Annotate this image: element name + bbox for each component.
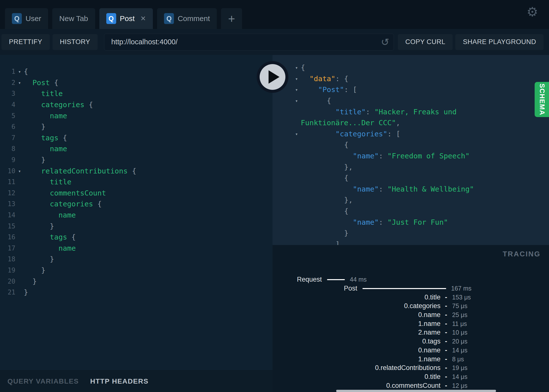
fold-arrow-icon[interactable]: ▾ <box>15 80 24 85</box>
schema-tab-label: SCHEMA <box>538 83 546 115</box>
settings-gear-icon[interactable]: ⚙ <box>526 5 538 18</box>
editor-line[interactable]: 8name <box>0 143 273 154</box>
fold-arrow-icon[interactable]: ▾ <box>15 168 24 174</box>
line-number: 15 <box>0 222 15 230</box>
tab-label: Post <box>120 14 135 23</box>
fold-arrow-icon[interactable]: ▾ <box>292 98 301 103</box>
reload-schema-icon[interactable]: ↺ <box>381 37 389 47</box>
line-number: 1 <box>0 68 15 75</box>
plus-icon: + <box>228 12 235 25</box>
editor-line[interactable]: 15} <box>0 220 273 232</box>
editor-line[interactable]: 19} <box>0 265 273 276</box>
editor-line[interactable]: 3title <box>0 88 273 99</box>
fold-arrow-icon[interactable]: ▾ <box>15 69 24 74</box>
tab-user[interactable]: QUser <box>5 8 48 29</box>
tracing-duration: 14 μs <box>452 347 467 354</box>
http-headers-tab[interactable]: HTTP HEADERS <box>90 377 148 385</box>
tracing-row: 1.name-8 μs <box>273 355 549 364</box>
tracing-dash: - <box>445 364 447 372</box>
editor-line[interactable]: 17name <box>0 243 273 254</box>
response-line: ▾"Post": [ <box>292 84 549 95</box>
line-number: 5 <box>0 112 15 120</box>
schema-tab[interactable]: SCHEMA <box>535 82 549 117</box>
line-number: 13 <box>0 200 15 208</box>
line-number: 2 <box>0 79 15 86</box>
url-input[interactable] <box>111 38 381 46</box>
tracing-bar <box>327 279 345 280</box>
tracing-row: 0.title-14 μs <box>273 372 549 381</box>
fold-arrow-icon[interactable]: ▾ <box>292 65 301 70</box>
editor-line[interactable]: 11title <box>0 176 273 188</box>
fold-arrow-icon[interactable]: ▾ <box>292 87 301 92</box>
response-line: }, <box>292 195 549 206</box>
editor-line[interactable]: 18} <box>0 254 273 265</box>
tracing-scrollbar[interactable] <box>336 390 496 392</box>
tracing-dash: - <box>445 373 447 381</box>
query-variables-tab[interactable]: QUERY VARIABLES <box>7 377 79 385</box>
editor-line[interactable]: 21} <box>0 287 273 298</box>
history-button[interactable]: HISTORY <box>53 34 98 50</box>
tracing-row: 0.title-153 μs <box>273 293 549 302</box>
tab-comment[interactable]: QComment <box>157 8 217 29</box>
tracing-duration: 8 μs <box>452 356 464 363</box>
tracing-field-label: 1.name <box>273 355 440 363</box>
tracing-field-label: 0.name <box>273 346 440 354</box>
editor-line[interactable]: 10▾relatedContributions { <box>0 165 273 176</box>
editor-line[interactable]: 16tags { <box>0 232 273 243</box>
editor-line[interactable]: 5name <box>0 110 273 121</box>
line-number: 9 <box>0 156 15 164</box>
query-editor[interactable]: 1▾{2▾Post {3title4categories {5name6}7ta… <box>0 55 273 370</box>
tracing-duration: 25 μs <box>452 311 467 318</box>
tracing-field-label: 0.commentsCount <box>273 382 440 390</box>
editor-line[interactable]: 7tags { <box>0 132 273 144</box>
execute-query-button[interactable] <box>257 61 288 93</box>
play-icon <box>269 70 279 84</box>
line-number: 10 <box>0 167 15 175</box>
tab-new-tab[interactable]: New Tab <box>52 8 95 29</box>
line-number: 14 <box>0 211 15 219</box>
response-line: } <box>292 228 549 239</box>
endpoint-url-field[interactable]: ↺ <box>104 34 394 50</box>
main-area: 1▾{2▾Post {3title4categories {5name6}7ta… <box>0 55 549 392</box>
response-line: { <box>292 139 549 150</box>
editor-line[interactable]: 2▾Post { <box>0 77 273 88</box>
tracing-field-label: 0.title <box>273 373 440 381</box>
share-playground-button[interactable]: SHARE PLAYGROUND <box>455 34 544 50</box>
fold-arrow-icon[interactable]: ▾ <box>292 76 301 81</box>
editor-line[interactable]: 12commentsCount <box>0 188 273 199</box>
tracing-duration: 14 μs <box>452 373 467 380</box>
editor-line[interactable]: 1▾{ <box>0 66 273 77</box>
tracing-duration: 10 μs <box>452 329 467 336</box>
tracing-field-label: 2.name <box>273 329 440 336</box>
line-number: 16 <box>0 233 15 241</box>
editor-line[interactable]: 9} <box>0 154 273 166</box>
line-number: 20 <box>0 278 15 285</box>
prettify-button[interactable]: PRETTIFY <box>1 34 50 50</box>
tracing-row: 0.name-14 μs <box>273 346 549 355</box>
tracing-row: 0.categories-75 μs <box>273 302 549 311</box>
tracing-dash: - <box>445 355 447 363</box>
editor-line[interactable]: 20} <box>0 276 273 287</box>
tracing-dash: - <box>445 320 447 328</box>
response-line: ▾"categories": [ <box>292 128 549 140</box>
response-line: ▾"data": { <box>292 73 549 84</box>
tracing-dash: - <box>445 311 447 319</box>
tracing-duration: 12 μs <box>452 382 467 389</box>
fold-arrow-icon[interactable]: ▾ <box>292 131 301 137</box>
editor-line[interactable]: 6} <box>0 121 273 132</box>
editor-line[interactable]: 14name <box>0 210 273 221</box>
line-number: 18 <box>0 255 15 263</box>
tracing-span-request: Request44 ms <box>273 275 549 284</box>
line-number: 6 <box>0 123 15 130</box>
tab-post[interactable]: QPost✕ <box>99 8 153 29</box>
tracing-field-label: 0.categories <box>273 302 440 310</box>
tracing-row: 0.commentsCount-12 μs <box>273 381 549 390</box>
bottom-bar: QUERY VARIABLES HTTP HEADERS <box>0 370 273 392</box>
close-tab-icon[interactable]: ✕ <box>140 15 146 23</box>
line-number: 8 <box>0 145 15 152</box>
response-line: "name": "Just For Fun" <box>292 217 549 228</box>
editor-line[interactable]: 4categories { <box>0 99 273 110</box>
editor-line[interactable]: 13categories { <box>0 198 273 210</box>
copy-curl-button[interactable]: COPY CURL <box>398 34 453 50</box>
new-tab-button[interactable]: + <box>221 8 242 29</box>
